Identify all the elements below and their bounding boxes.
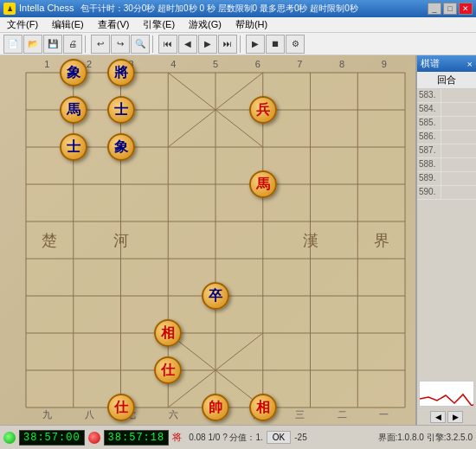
piece-p11[interactable]: 仕 — [154, 356, 182, 384]
ok-button[interactable]: OK — [267, 431, 291, 444]
status-indicator-green — [3, 432, 16, 444]
main-area: 楚河漢界 123456789 九八七六五四三二一 象將馬士士象兵馬卒相仕仕帥相 … — [0, 55, 476, 425]
status-indicator-red — [88, 432, 100, 444]
maximize-button[interactable]: □ — [443, 3, 457, 15]
version-text: 界面:1.0.8.0 引擎:3.2.5.0 — [378, 432, 473, 444]
piece-p13[interactable]: 帥 — [202, 394, 229, 421]
menu-game[interactable]: 游戏(G) — [183, 17, 227, 32]
mini-chart — [419, 381, 474, 407]
tb-prev[interactable]: ◀ — [178, 35, 197, 54]
move-row[interactable]: 588. — [417, 158, 476, 172]
move-row[interactable]: 585. — [417, 117, 476, 131]
toolbar-sep-2 — [152, 35, 156, 53]
scroll-left-btn[interactable]: ◀ — [430, 411, 446, 423]
svg-text:河: 河 — [113, 232, 129, 249]
move-row[interactable]: 586. — [417, 131, 476, 144]
tb-new[interactable]: 📄 — [3, 35, 23, 54]
piece-p5[interactable]: 士 — [60, 133, 87, 161]
tb-redo[interactable]: ↪ — [111, 35, 130, 54]
title-text: Intella Chess 包干计时：30分0秒 超时加0秒 0 秒 层数限制0… — [19, 3, 428, 15]
tb-undo[interactable]: ↩ — [91, 35, 110, 54]
minimize-button[interactable]: _ — [428, 3, 441, 15]
window-controls: _ □ ✕ — [428, 3, 473, 15]
tb-next[interactable]: ▶ — [198, 35, 217, 54]
svg-text:漢: 漢 — [303, 232, 318, 249]
piece-p8[interactable]: 馬 — [249, 170, 277, 198]
menu-engine[interactable]: 引擎(E) — [138, 17, 180, 32]
move-row[interactable]: 590. — [417, 186, 476, 200]
close-button[interactable]: ✕ — [459, 3, 473, 15]
piece-p2[interactable]: 將 — [107, 59, 135, 87]
right-panel: 棋谱 × 回合 583.584.585.586.587.588.589.590.… — [415, 55, 476, 425]
title-bar: ♟ Intella Chess 包干计时：30分0秒 超时加0秒 0 秒 层数限… — [0, 0, 476, 17]
move-row[interactable]: 583. — [417, 89, 476, 103]
score-text: -25 — [294, 433, 306, 442]
tb-start[interactable]: ⏮ — [158, 35, 177, 54]
menu-view[interactable]: 查看(V) — [93, 17, 135, 32]
toolbar-sep-3 — [240, 35, 243, 53]
menu-help[interactable]: 帮助(H) — [230, 17, 273, 32]
panel-scroll: ◀ ▶ — [417, 408, 476, 425]
app-icon: ♟ — [3, 3, 16, 15]
tb-print[interactable]: 🖨 — [63, 35, 82, 54]
panel-header: 棋谱 × — [417, 55, 476, 72]
piece-p7[interactable]: 兵 — [249, 96, 277, 124]
menu-bar: 文件(F) 编辑(E) 查看(V) 引擎(E) 游戏(G) 帮助(H) — [0, 17, 476, 33]
piece-p3[interactable]: 馬 — [60, 96, 87, 124]
tb-search[interactable]: 🔍 — [131, 35, 150, 54]
tb-end[interactable]: ⏭ — [218, 35, 237, 54]
tb-save[interactable]: 💾 — [43, 35, 62, 54]
svg-text:界: 界 — [374, 232, 389, 249]
scroll-right-btn[interactable]: ▶ — [447, 411, 463, 423]
toolbar: 📄 📂 💾 🖨 ↩ ↪ 🔍 ⏮ ◀ ▶ ⏭ ▶ ⏹ ⚙ — [0, 33, 476, 55]
tb-stop[interactable]: ⏹ — [266, 35, 285, 54]
piece-p9[interactable]: 卒 — [202, 282, 229, 310]
timer-label: 将 — [172, 431, 182, 444]
piece-p6[interactable]: 象 — [107, 133, 135, 161]
panel-title: 棋谱 — [421, 57, 440, 70]
menu-edit[interactable]: 编辑(E) — [47, 17, 89, 32]
menu-file[interactable]: 文件(F) — [2, 17, 43, 32]
move-row[interactable]: 584. — [417, 103, 476, 117]
tb-settings[interactable]: ⚙ — [286, 35, 305, 54]
piece-p10[interactable]: 相 — [154, 319, 182, 347]
piece-p12[interactable]: 仕 — [107, 394, 135, 421]
toolbar-sep-1 — [85, 35, 88, 53]
moves-list[interactable]: 583.584.585.586.587.588.589.590. — [417, 89, 476, 379]
svg-text:楚: 楚 — [42, 232, 57, 249]
info-text: 0.08 1/0 ? 分值：1. — [189, 432, 263, 444]
timer-2: 38:57:18 — [104, 430, 170, 446]
board-container: 楚河漢界 123456789 九八七六五四三二一 象將馬士士象兵馬卒相仕仕帥相 — [0, 55, 415, 425]
piece-p14[interactable]: 相 — [249, 394, 277, 421]
panel-section-label: 回合 — [417, 72, 476, 89]
piece-p4[interactable]: 士 — [107, 96, 135, 124]
panel-close-btn[interactable]: × — [467, 59, 473, 69]
status-bar: 38:57:00 38:57:18 将 0.08 1/0 ? 分值：1. OK … — [0, 425, 476, 449]
piece-p1[interactable]: 象 — [60, 59, 87, 87]
tb-open[interactable]: 📂 — [23, 35, 42, 54]
tb-play[interactable]: ▶ — [246, 35, 265, 54]
timer-1: 38:57:00 — [19, 430, 85, 446]
move-row[interactable]: 589. — [417, 172, 476, 186]
move-row[interactable]: 587. — [417, 144, 476, 158]
